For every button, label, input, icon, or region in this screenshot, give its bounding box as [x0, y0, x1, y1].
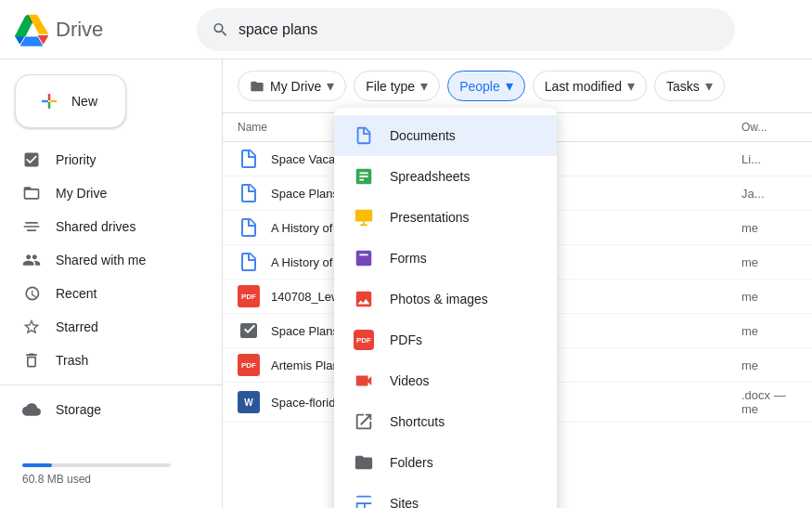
sidebar-item-label-storage: Storage [56, 402, 101, 417]
dropdown-item-sites[interactable]: Sites [334, 483, 557, 508]
sidebar-item-trash[interactable]: Trash [0, 344, 207, 377]
dropdown-item-photos[interactable]: Photos & images [334, 279, 557, 319]
shortcuts-icon [353, 410, 375, 433]
file-size: me [741, 290, 797, 304]
forms-icon [353, 247, 375, 269]
header: Drive [0, 0, 812, 59]
sidebar-item-storage[interactable]: Storage [0, 393, 207, 426]
my-drive-icon [22, 184, 41, 202]
sidebar-item-label-starred: Starred [56, 319, 98, 334]
pdfs-icon: PDF [353, 329, 375, 351]
documents-icon [353, 124, 375, 147]
trash-icon [22, 351, 41, 370]
col-size-header: Ow... [741, 121, 797, 134]
file-type-chevron-icon: ▾ [420, 77, 428, 95]
priority-icon [22, 150, 41, 169]
tasks-button[interactable]: Tasks ▾ [654, 71, 725, 101]
sidebar-item-priority[interactable]: Priority [0, 143, 207, 176]
sidebar-item-label-shared-with-me: Shared with me [56, 253, 146, 267]
my-drive-btn-icon [250, 79, 264, 94]
main-content: My Drive ▾ File type ▾ People ▾ Last mod… [223, 59, 812, 508]
pdf-icon-2: PDF [238, 354, 260, 376]
forms-label: Forms [390, 251, 427, 266]
recent-icon [22, 284, 41, 303]
toolbar: My Drive ▾ File type ▾ People ▾ Last mod… [223, 59, 812, 113]
photos-label: Photos & images [390, 292, 488, 306]
logo-text: Drive [56, 18, 103, 42]
storage-area: 60.8 MB used [0, 441, 222, 501]
search-icon [212, 20, 229, 39]
dropdown-item-documents[interactable]: Documents [334, 115, 557, 156]
sidebar-item-label-priority: Priority [56, 152, 97, 167]
svg-rect-4 [355, 210, 372, 222]
file-size: me [741, 324, 797, 338]
new-button[interactable]: New [15, 74, 126, 128]
file-size: .docx — me [741, 388, 797, 416]
sidebar-item-shared-with-me[interactable]: Shared with me [0, 243, 207, 277]
sidebar-item-recent[interactable]: Recent [0, 277, 207, 310]
sidebar-item-label-shared-drives: Shared drives [56, 219, 135, 234]
my-drive-btn-label: My Drive [270, 79, 321, 94]
shortcuts-label: Shortcuts [390, 414, 445, 429]
file-size: Ja... [741, 187, 797, 201]
dropdown-item-forms[interactable]: Forms [334, 238, 557, 279]
doc-icon [238, 182, 260, 204]
storage-text: 60.8 MB used [22, 473, 200, 486]
file-size: me [741, 358, 797, 372]
doc-icon [238, 148, 260, 170]
doc-icon [238, 251, 260, 273]
file-type-button[interactable]: File type ▾ [354, 71, 440, 101]
presentations-label: Presentations [390, 210, 470, 225]
file-size: Li... [741, 152, 797, 166]
last-modified-button[interactable]: Last modified ▾ [533, 71, 647, 101]
sidebar-item-shared-drives[interactable]: Shared drives [0, 210, 207, 243]
file-size: me [741, 221, 797, 235]
sites-icon [353, 492, 375, 508]
layout: New Priority My Drive Shared drives Shar [0, 59, 812, 508]
dropdown-item-pdfs[interactable]: PDF PDFs [334, 319, 557, 360]
sidebar-item-my-drive[interactable]: My Drive [0, 176, 207, 210]
file-size: me [741, 255, 797, 269]
photos-icon [353, 288, 375, 310]
sidebar: New Priority My Drive Shared drives Shar [0, 59, 223, 508]
videos-label: Videos [390, 373, 430, 388]
file-type-label: File type [366, 79, 415, 94]
documents-label: Documents [390, 128, 456, 143]
presentations-icon [353, 206, 375, 228]
dropdown-item-presentations[interactable]: Presentations [334, 197, 557, 238]
shared-drives-icon [22, 217, 41, 236]
sites-label: Sites [390, 496, 419, 508]
sidebar-divider [0, 384, 222, 385]
plus-icon [38, 90, 60, 112]
drive-logo-icon [15, 13, 48, 46]
people-label: People [459, 79, 500, 94]
sidebar-item-label-trash: Trash [56, 353, 88, 368]
people-button[interactable]: People ▾ [447, 71, 525, 101]
shared-with-me-icon [22, 251, 41, 269]
new-label: New [71, 94, 97, 109]
sidebar-item-starred[interactable]: Starred [0, 310, 207, 344]
videos-icon [353, 370, 375, 392]
search-bar[interactable] [197, 8, 735, 51]
dropdown-item-folders[interactable]: Folders [334, 442, 557, 483]
storage-bar-fill [22, 463, 52, 467]
sidebar-item-label-my-drive: My Drive [56, 186, 107, 201]
dropdown-item-shortcuts[interactable]: Shortcuts [334, 401, 557, 442]
people-chevron-icon: ▾ [506, 77, 513, 95]
folders-icon [353, 451, 375, 474]
dropdown-item-spreadsheets[interactable]: Spreadsheets [334, 156, 557, 197]
tasks-chevron-icon: ▾ [705, 77, 713, 95]
pdf-icon: PDF [238, 285, 260, 307]
tasks-label: Tasks [666, 79, 700, 94]
file-type-dropdown: Documents Spreadsheets Presentations For… [334, 108, 557, 508]
dropdown-item-videos[interactable]: Videos [334, 360, 557, 401]
my-drive-button[interactable]: My Drive ▾ [238, 71, 346, 101]
storage-bar [22, 463, 171, 467]
last-modified-chevron-icon: ▾ [627, 77, 635, 95]
last-modified-label: Last modified [545, 79, 622, 94]
word-icon: W [238, 391, 260, 413]
shortcut-icon [238, 319, 260, 342]
starred-icon [22, 318, 41, 336]
logo-area: Drive [15, 13, 182, 46]
search-input[interactable] [238, 21, 720, 38]
